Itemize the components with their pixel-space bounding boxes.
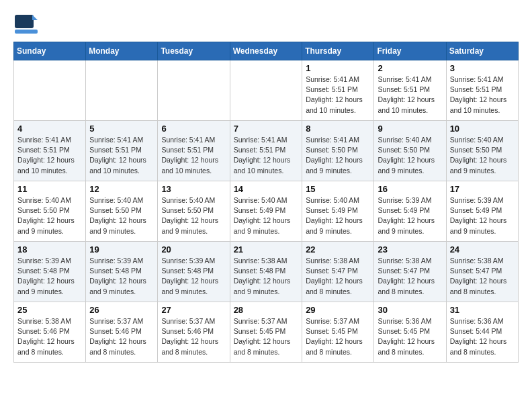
calendar-cell [86, 60, 158, 121]
day-number: 19 [89, 244, 154, 255]
calendar-week-4: 18Sunrise: 5:39 AMSunset: 5:48 PMDayligh… [14, 242, 519, 302]
calendar-header-row: SundayMondayTuesdayWednesdayThursdayFrid… [14, 42, 519, 60]
calendar-cell: 24Sunrise: 5:38 AMSunset: 5:47 PMDayligh… [446, 242, 518, 302]
day-info: Sunrise: 5:40 AMSunset: 5:49 PMDaylight:… [306, 195, 370, 236]
calendar-cell: 5Sunrise: 5:41 AMSunset: 5:51 PMDaylight… [86, 121, 158, 181]
day-info: Sunrise: 5:37 AMSunset: 5:46 PMDaylight:… [89, 316, 154, 357]
day-info: Sunrise: 5:40 AMSunset: 5:50 PMDaylight:… [378, 135, 442, 176]
calendar-week-3: 11Sunrise: 5:40 AMSunset: 5:50 PMDayligh… [14, 181, 519, 242]
day-number: 7 [234, 124, 299, 134]
day-number: 3 [450, 63, 515, 73]
day-number: 23 [378, 244, 442, 255]
day-number: 29 [306, 305, 370, 315]
day-info: Sunrise: 5:36 AMSunset: 5:45 PMDaylight:… [378, 316, 442, 357]
day-info: Sunrise: 5:40 AMSunset: 5:50 PMDaylight:… [89, 195, 154, 236]
day-number: 2 [378, 63, 442, 73]
calendar-cell: 8Sunrise: 5:41 AMSunset: 5:50 PMDaylight… [302, 121, 374, 181]
calendar-cell: 1Sunrise: 5:41 AMSunset: 5:51 PMDaylight… [302, 60, 374, 121]
calendar-cell: 30Sunrise: 5:36 AMSunset: 5:45 PMDayligh… [374, 302, 446, 363]
calendar-week-2: 4Sunrise: 5:41 AMSunset: 5:51 PMDaylight… [14, 121, 519, 181]
calendar-cell: 2Sunrise: 5:41 AMSunset: 5:51 PMDaylight… [374, 60, 446, 121]
column-header-tuesday: Tuesday [158, 42, 230, 60]
calendar-cell: 11Sunrise: 5:40 AMSunset: 5:50 PMDayligh… [14, 181, 86, 242]
calendar-cell: 27Sunrise: 5:37 AMSunset: 5:46 PMDayligh… [158, 302, 230, 363]
day-info: Sunrise: 5:38 AMSunset: 5:47 PMDaylight:… [378, 256, 442, 297]
day-number: 1 [306, 63, 370, 73]
day-number: 5 [89, 124, 154, 134]
day-number: 15 [306, 184, 370, 194]
day-number: 28 [234, 305, 299, 315]
calendar-cell: 12Sunrise: 5:40 AMSunset: 5:50 PMDayligh… [86, 181, 158, 242]
day-number: 20 [161, 244, 226, 255]
calendar-week-5: 25Sunrise: 5:38 AMSunset: 5:46 PMDayligh… [14, 302, 519, 363]
logo [13, 13, 42, 35]
day-number: 26 [89, 305, 154, 315]
column-header-saturday: Saturday [446, 42, 518, 60]
day-number: 25 [17, 305, 82, 315]
day-number: 13 [161, 184, 226, 194]
svg-marker-1 [32, 15, 38, 20]
day-info: Sunrise: 5:41 AMSunset: 5:51 PMDaylight:… [17, 135, 82, 176]
day-number: 6 [161, 124, 226, 134]
day-info: Sunrise: 5:41 AMSunset: 5:51 PMDaylight:… [89, 135, 154, 176]
svg-rect-0 [15, 15, 34, 28]
calendar-cell: 6Sunrise: 5:41 AMSunset: 5:51 PMDaylight… [158, 121, 230, 181]
calendar-cell: 25Sunrise: 5:38 AMSunset: 5:46 PMDayligh… [14, 302, 86, 363]
day-number: 16 [378, 184, 442, 194]
day-info: Sunrise: 5:41 AMSunset: 5:51 PMDaylight:… [378, 75, 442, 116]
day-info: Sunrise: 5:39 AMSunset: 5:48 PMDaylight:… [17, 256, 82, 297]
day-number: 21 [234, 244, 299, 255]
day-number: 24 [450, 244, 515, 255]
calendar-cell: 22Sunrise: 5:38 AMSunset: 5:47 PMDayligh… [302, 242, 374, 302]
day-number: 30 [378, 305, 442, 315]
day-info: Sunrise: 5:39 AMSunset: 5:49 PMDaylight:… [378, 195, 442, 236]
calendar-cell: 7Sunrise: 5:41 AMSunset: 5:51 PMDaylight… [230, 121, 302, 181]
calendar-cell: 19Sunrise: 5:39 AMSunset: 5:48 PMDayligh… [86, 242, 158, 302]
calendar-cell: 29Sunrise: 5:37 AMSunset: 5:45 PMDayligh… [302, 302, 374, 363]
day-info: Sunrise: 5:38 AMSunset: 5:47 PMDaylight:… [306, 256, 370, 297]
calendar-cell [14, 60, 86, 121]
day-number: 17 [450, 184, 515, 194]
day-info: Sunrise: 5:38 AMSunset: 5:47 PMDaylight:… [450, 256, 515, 297]
day-info: Sunrise: 5:39 AMSunset: 5:49 PMDaylight:… [450, 195, 515, 236]
calendar-cell: 20Sunrise: 5:39 AMSunset: 5:48 PMDayligh… [158, 242, 230, 302]
day-number: 9 [378, 124, 442, 134]
day-number: 12 [89, 184, 154, 194]
page-header [13, 13, 519, 35]
calendar-cell [230, 60, 302, 121]
day-info: Sunrise: 5:40 AMSunset: 5:50 PMDaylight:… [161, 195, 226, 236]
day-info: Sunrise: 5:41 AMSunset: 5:51 PMDaylight:… [306, 75, 370, 116]
calendar-cell [158, 60, 230, 121]
day-number: 10 [450, 124, 515, 134]
day-info: Sunrise: 5:37 AMSunset: 5:45 PMDaylight:… [306, 316, 370, 357]
calendar-table: SundayMondayTuesdayWednesdayThursdayFrid… [13, 42, 519, 363]
calendar-cell: 17Sunrise: 5:39 AMSunset: 5:49 PMDayligh… [446, 181, 518, 242]
day-info: Sunrise: 5:38 AMSunset: 5:48 PMDaylight:… [234, 256, 299, 297]
calendar-cell: 9Sunrise: 5:40 AMSunset: 5:50 PMDaylight… [374, 121, 446, 181]
calendar-cell: 4Sunrise: 5:41 AMSunset: 5:51 PMDaylight… [14, 121, 86, 181]
day-number: 11 [17, 184, 82, 194]
day-info: Sunrise: 5:36 AMSunset: 5:44 PMDaylight:… [450, 316, 515, 357]
column-header-thursday: Thursday [302, 42, 374, 60]
calendar-cell: 26Sunrise: 5:37 AMSunset: 5:46 PMDayligh… [86, 302, 158, 363]
calendar-cell: 28Sunrise: 5:37 AMSunset: 5:45 PMDayligh… [230, 302, 302, 363]
day-number: 14 [234, 184, 299, 194]
day-info: Sunrise: 5:39 AMSunset: 5:48 PMDaylight:… [161, 256, 226, 297]
calendar-cell: 14Sunrise: 5:40 AMSunset: 5:49 PMDayligh… [230, 181, 302, 242]
day-info: Sunrise: 5:41 AMSunset: 5:51 PMDaylight:… [161, 135, 226, 176]
day-info: Sunrise: 5:40 AMSunset: 5:49 PMDaylight:… [234, 195, 299, 236]
day-info: Sunrise: 5:37 AMSunset: 5:45 PMDaylight:… [234, 316, 299, 357]
day-number: 22 [306, 244, 370, 255]
column-header-wednesday: Wednesday [230, 42, 302, 60]
calendar-cell: 13Sunrise: 5:40 AMSunset: 5:50 PMDayligh… [158, 181, 230, 242]
day-info: Sunrise: 5:38 AMSunset: 5:46 PMDaylight:… [17, 316, 82, 357]
day-info: Sunrise: 5:40 AMSunset: 5:50 PMDaylight:… [450, 135, 515, 176]
column-header-monday: Monday [86, 42, 158, 60]
day-info: Sunrise: 5:41 AMSunset: 5:51 PMDaylight:… [234, 135, 299, 176]
logo-icon [13, 13, 39, 35]
day-number: 4 [17, 124, 82, 134]
svg-rect-2 [15, 30, 38, 34]
calendar-week-1: 1Sunrise: 5:41 AMSunset: 5:51 PMDaylight… [14, 60, 519, 121]
day-info: Sunrise: 5:37 AMSunset: 5:46 PMDaylight:… [161, 316, 226, 357]
calendar-cell: 23Sunrise: 5:38 AMSunset: 5:47 PMDayligh… [374, 242, 446, 302]
